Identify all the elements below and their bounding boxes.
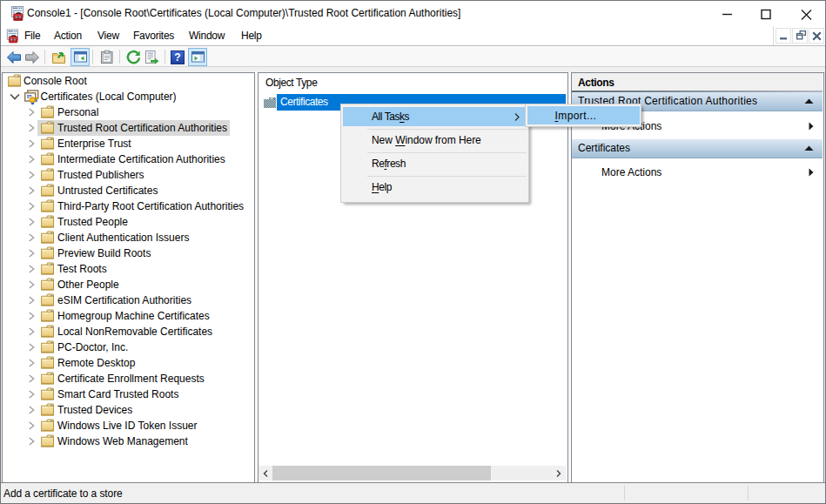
svg-text:?: ? xyxy=(174,51,180,64)
